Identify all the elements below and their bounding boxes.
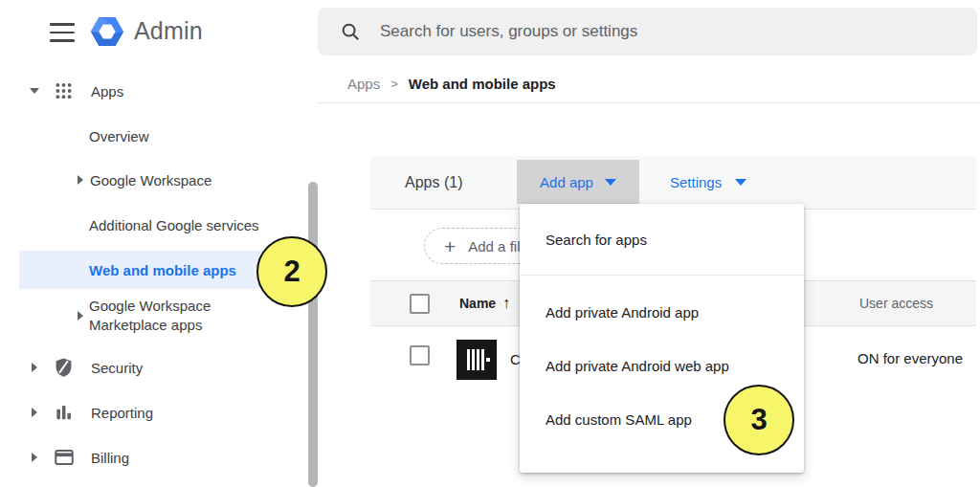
sidebar-item-label: Billing (91, 450, 129, 466)
chevron-right-icon[interactable] (32, 453, 37, 462)
column-header-name[interactable]: Name (459, 296, 496, 311)
breadcrumb-current-page: Web and mobile apps (409, 76, 556, 92)
sidebar-item-reporting[interactable]: Reporting (0, 398, 298, 427)
chevron-right-icon[interactable] (78, 311, 83, 321)
chevron-down-icon[interactable] (30, 88, 39, 94)
select-all-checkbox[interactable] (410, 294, 430, 314)
app-title: Admin (134, 17, 203, 45)
add-app-label: Add app (540, 174, 593, 190)
google-admin-logo-icon (89, 13, 125, 50)
bar-chart-icon (55, 404, 73, 422)
row-checkbox[interactable] (410, 345, 430, 365)
sidebar-item-gw-marketplace-apps[interactable]: Google Workspace Marketplace apps (0, 295, 298, 337)
chevron-down-icon (735, 179, 746, 186)
sidebar-item-label: Additional Google services (89, 217, 259, 233)
annotation-step-3-badge: 3 (724, 385, 794, 455)
sidebar-item-billing[interactable]: Billing (0, 443, 298, 472)
sort-ascending-icon[interactable]: ↑ (502, 295, 510, 312)
sidebar-item-label: Reporting (91, 405, 153, 421)
global-search-bar[interactable] (318, 8, 977, 55)
menu-hamburger-icon[interactable] (50, 23, 75, 42)
sidebar-item-label: Overview (89, 128, 149, 144)
menu-item-search-for-apps[interactable]: Search for apps (520, 204, 647, 275)
chevron-right-icon[interactable] (78, 175, 83, 185)
app-logo-icon (457, 340, 497, 380)
user-access-cell: ON for everyone (858, 350, 963, 366)
annotation-step-2-badge: 2 (256, 236, 327, 307)
chevron-down-icon (605, 179, 616, 186)
search-icon (340, 21, 361, 42)
add-app-button[interactable]: Add app (517, 160, 639, 204)
plus-icon: + (444, 236, 456, 256)
menu-item-add-private-android-app[interactable]: Add private Android app (520, 285, 804, 339)
sidebar-item-security[interactable]: Security (0, 353, 298, 382)
apps-grid-icon (54, 81, 74, 101)
sidebar-item-apps[interactable]: Apps (0, 77, 298, 105)
sidebar-item-label: Google Workspace (90, 172, 212, 188)
sidebar-item-label: Google Workspace Marketplace apps (89, 297, 250, 335)
breadcrumb-apps-link[interactable]: Apps (347, 76, 380, 92)
search-input[interactable] (380, 22, 977, 41)
breadcrumb-separator: > (390, 77, 398, 91)
column-header-user-access: User access (859, 296, 933, 311)
sidebar-item-google-workspace[interactable]: Google Workspace (0, 166, 298, 193)
sidebar-item-additional-google-services[interactable]: Additional Google services (0, 211, 298, 238)
settings-button[interactable]: Settings (670, 174, 746, 190)
sidebar-scrollbar[interactable] (308, 182, 318, 487)
sidebar-item-label: Security (91, 360, 143, 376)
breadcrumb-divider (318, 102, 980, 103)
chevron-right-icon[interactable] (32, 363, 37, 372)
breadcrumb: Apps > Web and mobile apps (347, 76, 556, 92)
sidebar-item-label: Web and mobile apps (89, 262, 236, 278)
apps-toolbar: Apps (1) Add app Settings (370, 156, 976, 210)
sidebar-item-label: Apps (91, 83, 123, 100)
shield-icon (55, 358, 73, 378)
apps-count-title: Apps (1) (405, 174, 462, 191)
chevron-right-icon[interactable] (32, 408, 37, 417)
sidebar-item-overview[interactable]: Overview (0, 122, 298, 149)
credit-card-icon (55, 450, 74, 466)
settings-label: Settings (670, 174, 722, 190)
